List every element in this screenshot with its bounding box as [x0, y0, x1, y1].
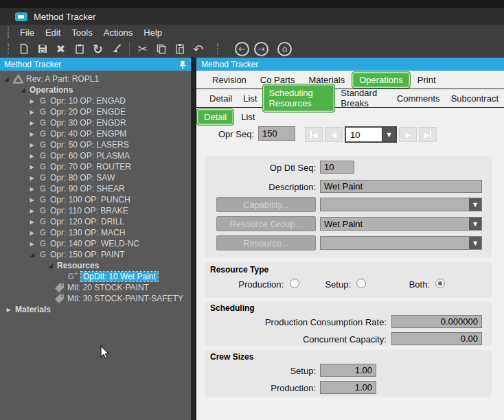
copy-icon[interactable]: [152, 40, 170, 57]
tab-sched-list[interactable]: List: [234, 108, 262, 126]
sweep-icon[interactable]: [107, 40, 126, 57]
tree-item-opr-30[interactable]: ▶ G Opr: 30 OP: ENGDR: [0, 117, 191, 128]
expand-closed-icon[interactable]: ▶: [28, 186, 36, 192]
refresh-icon[interactable]: ↻: [89, 40, 107, 57]
tree-item-opr-110[interactable]: ▶ G Opr: 110 OP: BRAKE: [0, 205, 191, 216]
expand-closed-icon[interactable]: ▶: [28, 142, 36, 148]
expand-closed-icon[interactable]: ▶: [28, 219, 36, 225]
tab-detail[interactable]: Detail: [204, 90, 238, 107]
crew-production-field[interactable]: 1.00: [320, 381, 376, 394]
tree-item-resources[interactable]: ◢ Resources: [0, 260, 191, 271]
tab-list[interactable]: List: [238, 90, 262, 107]
tree-item-opr-80[interactable]: ▶ G Opr: 80 OP: SAW: [0, 172, 191, 183]
menu-edit[interactable]: Edit: [40, 26, 66, 39]
tree-item-opr-10[interactable]: ▶ G Opr: 10 OP: ENGAD: [0, 95, 191, 106]
chevron-down-icon[interactable]: ▼: [382, 128, 396, 141]
expand-closed-icon[interactable]: ▶: [28, 208, 36, 214]
expand-closed-icon[interactable]: ▶: [28, 98, 36, 104]
expand-open-icon[interactable]: ◢: [19, 86, 27, 93]
tree-item-opr-20[interactable]: ▶ G Opr: 20 OP: ENGDE: [0, 106, 191, 117]
resource-combo[interactable]: ▼: [320, 236, 482, 250]
expand-closed-icon[interactable]: ▶: [28, 120, 36, 126]
paste-icon[interactable]: [170, 40, 189, 57]
back-icon[interactable]: ←: [235, 42, 249, 56]
tree-item-opr-120[interactable]: ▶ G Opr: 120 OP: DRILL: [0, 216, 191, 227]
expand-closed-icon[interactable]: ▶: [28, 131, 36, 137]
panel-splitter[interactable]: [191, 58, 196, 420]
expand-open-icon[interactable]: ◢: [3, 75, 10, 82]
tree-item-opdtl-10[interactable]: G + OpDtl: 10 Wet Paint: [0, 271, 191, 282]
tree-item-opr-100[interactable]: ▶ G Opr: 100 OP: PUNCH: [0, 194, 191, 205]
opr-seq-field[interactable]: 150: [258, 126, 295, 141]
first-record-button[interactable]: ◀: [305, 127, 323, 142]
expand-closed-icon[interactable]: ▶: [28, 153, 36, 159]
next-record-button[interactable]: ▶: [399, 127, 417, 142]
save-icon[interactable]: [33, 40, 51, 57]
tree-item-mtl-30[interactable]: Mtl: 30 STOCK-PAINT-SAFETY: [0, 293, 191, 304]
tab-print[interactable]: Print: [411, 71, 443, 89]
menu-actions[interactable]: Actions: [98, 26, 139, 39]
record-select-combo[interactable]: 10 ▼: [345, 126, 397, 143]
chevron-down-icon[interactable]: ▼: [469, 218, 481, 230]
expand-closed-icon[interactable]: ▶: [28, 175, 36, 181]
tree-item-opr-140[interactable]: ▶ G Opr: 140 OP: WELD-NC: [0, 238, 191, 249]
resource-group-button[interactable]: Resource Group...: [216, 216, 316, 231]
production-consumption-rate-field[interactable]: 0.000000: [391, 315, 482, 328]
tree-item-opr-40[interactable]: ▶ G Opr: 40 OP: ENGPM: [0, 128, 191, 139]
forward-icon[interactable]: →: [254, 42, 268, 56]
both-radio[interactable]: [435, 279, 445, 288]
last-record-button[interactable]: ▶: [419, 127, 437, 142]
op-dtl-seq-field[interactable]: 10: [320, 161, 354, 174]
menu-help[interactable]: Help: [138, 26, 168, 39]
pin-icon[interactable]: [179, 60, 187, 69]
menu-file[interactable]: File: [14, 26, 40, 39]
tree-item-operations[interactable]: ◢ Operations: [0, 84, 191, 95]
crew-setup-field[interactable]: 1.00: [320, 364, 376, 377]
expand-closed-icon[interactable]: ▶: [28, 109, 36, 115]
tab-scheduling-resources[interactable]: Scheduling Resources: [262, 84, 335, 113]
toolbar-grip[interactable]: [8, 27, 11, 38]
previous-record-button[interactable]: ◀: [325, 127, 343, 142]
home-icon[interactable]: ⌂: [277, 42, 292, 56]
tab-revision[interactable]: Revision: [205, 71, 253, 89]
capability-button[interactable]: Capability...: [216, 197, 316, 212]
chevron-down-icon[interactable]: ▼: [469, 237, 481, 249]
tree-item-rev[interactable]: ◢ Rev: A Part: ROPL1: [0, 73, 191, 84]
tree-item-opr-130[interactable]: ▶ G Opr: 130 OP: MACH: [0, 227, 191, 238]
menu-tools[interactable]: Tools: [66, 26, 98, 39]
capability-combo[interactable]: ▼: [320, 198, 482, 211]
tree-item-opr-50[interactable]: ▶ G Opr: 50 OP: LASERS: [0, 139, 191, 150]
tab-subcontract[interactable]: Subcontract: [446, 90, 504, 107]
concurrent-capacity-field[interactable]: 0.00: [391, 332, 482, 345]
tree-item-opr-90[interactable]: ▶ G Opr: 90 OP: SHEAR: [0, 183, 191, 194]
toolbar-grip[interactable]: [217, 43, 220, 54]
expand-open-icon[interactable]: ◢: [28, 251, 36, 258]
clipboard-icon[interactable]: [70, 40, 89, 57]
new-document-icon[interactable]: [14, 40, 33, 57]
tree-item-label: Opr: 120 OP: DRILL: [50, 217, 124, 226]
resource-button[interactable]: Resource...: [216, 235, 316, 250]
tree-item-mtl-20[interactable]: Mtl: 20 STOCK-PAINT: [0, 282, 191, 293]
chevron-down-icon[interactable]: ▼: [469, 198, 481, 211]
tree-panel: Method Tracker ◢ Rev: A Part: ROPL1 ◢ Op…: [0, 58, 191, 420]
resource-group-combo[interactable]: Wet Paint ▼: [320, 217, 482, 231]
tree-item-materials[interactable]: ▶ Materials: [0, 304, 191, 315]
expand-closed-icon[interactable]: ▶: [5, 307, 12, 313]
expand-closed-icon[interactable]: ▶: [28, 164, 36, 170]
cut-icon[interactable]: ✂: [133, 40, 152, 57]
tree-item-opr-70[interactable]: ▶ G Opr: 70 OP: ROUTER: [0, 161, 191, 172]
tab-sched-detail[interactable]: Detail: [196, 108, 234, 126]
description-field[interactable]: Wet Paint: [320, 180, 482, 193]
tab-standard-breaks[interactable]: Standard Breaks: [335, 84, 391, 112]
expand-closed-icon[interactable]: ▶: [28, 241, 36, 247]
undo-icon[interactable]: ↶: [189, 40, 207, 57]
setup-radio[interactable]: [356, 279, 366, 288]
toolbar-grip[interactable]: [8, 43, 11, 54]
expand-closed-icon[interactable]: ▶: [28, 197, 36, 203]
tab-comments[interactable]: Comments: [391, 90, 446, 107]
expand-open-icon[interactable]: ◢: [47, 262, 54, 269]
expand-closed-icon[interactable]: ▶: [28, 230, 36, 236]
tree-item-opr-60[interactable]: ▶ G Opr: 60 OP: PLASMA: [0, 150, 191, 161]
tree-item-opr-150[interactable]: ◢ G Opr: 150 OP: PAINT: [0, 249, 191, 260]
delete-icon[interactable]: ✖: [51, 40, 70, 57]
